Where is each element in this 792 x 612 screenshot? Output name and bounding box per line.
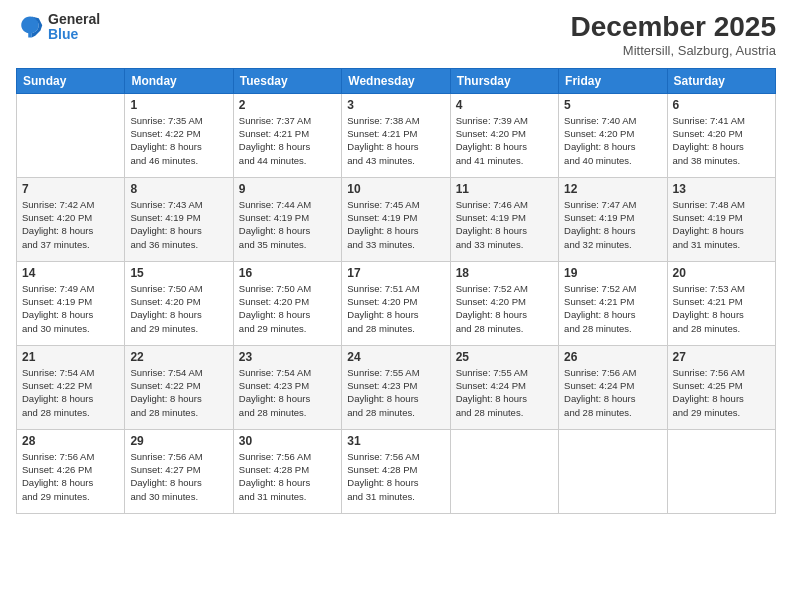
- table-row: 31Sunrise: 7:56 AM Sunset: 4:28 PM Dayli…: [342, 429, 450, 513]
- cell-date: 7: [22, 182, 119, 196]
- table-row: 27Sunrise: 7:56 AM Sunset: 4:25 PM Dayli…: [667, 345, 775, 429]
- cell-info: Sunrise: 7:44 AM Sunset: 4:19 PM Dayligh…: [239, 198, 336, 251]
- table-row: 10Sunrise: 7:45 AM Sunset: 4:19 PM Dayli…: [342, 177, 450, 261]
- table-row: 13Sunrise: 7:48 AM Sunset: 4:19 PM Dayli…: [667, 177, 775, 261]
- calendar-week-2: 7Sunrise: 7:42 AM Sunset: 4:20 PM Daylig…: [17, 177, 776, 261]
- calendar-week-1: 1Sunrise: 7:35 AM Sunset: 4:22 PM Daylig…: [17, 93, 776, 177]
- calendar-header-row: Sunday Monday Tuesday Wednesday Thursday…: [17, 68, 776, 93]
- cell-date: 23: [239, 350, 336, 364]
- cell-date: 30: [239, 434, 336, 448]
- col-monday: Monday: [125, 68, 233, 93]
- logo-icon: [16, 13, 44, 41]
- cell-date: 26: [564, 350, 661, 364]
- cell-info: Sunrise: 7:51 AM Sunset: 4:20 PM Dayligh…: [347, 282, 444, 335]
- cell-info: Sunrise: 7:50 AM Sunset: 4:20 PM Dayligh…: [130, 282, 227, 335]
- table-row: [667, 429, 775, 513]
- cell-info: Sunrise: 7:37 AM Sunset: 4:21 PM Dayligh…: [239, 114, 336, 167]
- cell-date: 12: [564, 182, 661, 196]
- calendar-week-4: 21Sunrise: 7:54 AM Sunset: 4:22 PM Dayli…: [17, 345, 776, 429]
- table-row: 16Sunrise: 7:50 AM Sunset: 4:20 PM Dayli…: [233, 261, 341, 345]
- cell-date: 21: [22, 350, 119, 364]
- table-row: 11Sunrise: 7:46 AM Sunset: 4:19 PM Dayli…: [450, 177, 558, 261]
- cell-date: 19: [564, 266, 661, 280]
- cell-date: 3: [347, 98, 444, 112]
- header: General Blue December 2025 Mittersill, S…: [16, 12, 776, 58]
- col-tuesday: Tuesday: [233, 68, 341, 93]
- cell-info: Sunrise: 7:56 AM Sunset: 4:24 PM Dayligh…: [564, 366, 661, 419]
- cell-info: Sunrise: 7:56 AM Sunset: 4:27 PM Dayligh…: [130, 450, 227, 503]
- cell-info: Sunrise: 7:54 AM Sunset: 4:22 PM Dayligh…: [130, 366, 227, 419]
- col-saturday: Saturday: [667, 68, 775, 93]
- cell-date: 17: [347, 266, 444, 280]
- location-subtitle: Mittersill, Salzburg, Austria: [571, 43, 776, 58]
- cell-date: 20: [673, 266, 770, 280]
- month-title: December 2025: [571, 12, 776, 43]
- cell-date: 10: [347, 182, 444, 196]
- table-row: 14Sunrise: 7:49 AM Sunset: 4:19 PM Dayli…: [17, 261, 125, 345]
- table-row: 2Sunrise: 7:37 AM Sunset: 4:21 PM Daylig…: [233, 93, 341, 177]
- table-row: 4Sunrise: 7:39 AM Sunset: 4:20 PM Daylig…: [450, 93, 558, 177]
- cell-date: 13: [673, 182, 770, 196]
- calendar-week-3: 14Sunrise: 7:49 AM Sunset: 4:19 PM Dayli…: [17, 261, 776, 345]
- cell-info: Sunrise: 7:56 AM Sunset: 4:28 PM Dayligh…: [347, 450, 444, 503]
- cell-date: 28: [22, 434, 119, 448]
- table-row: 3Sunrise: 7:38 AM Sunset: 4:21 PM Daylig…: [342, 93, 450, 177]
- logo-general-text: General: [48, 12, 100, 27]
- cell-date: 1: [130, 98, 227, 112]
- cell-date: 9: [239, 182, 336, 196]
- cell-date: 6: [673, 98, 770, 112]
- table-row: 30Sunrise: 7:56 AM Sunset: 4:28 PM Dayli…: [233, 429, 341, 513]
- table-row: 5Sunrise: 7:40 AM Sunset: 4:20 PM Daylig…: [559, 93, 667, 177]
- logo: General Blue: [16, 12, 100, 43]
- cell-date: 2: [239, 98, 336, 112]
- cell-info: Sunrise: 7:48 AM Sunset: 4:19 PM Dayligh…: [673, 198, 770, 251]
- cell-info: Sunrise: 7:54 AM Sunset: 4:23 PM Dayligh…: [239, 366, 336, 419]
- table-row: 24Sunrise: 7:55 AM Sunset: 4:23 PM Dayli…: [342, 345, 450, 429]
- table-row: 20Sunrise: 7:53 AM Sunset: 4:21 PM Dayli…: [667, 261, 775, 345]
- col-friday: Friday: [559, 68, 667, 93]
- cell-info: Sunrise: 7:46 AM Sunset: 4:19 PM Dayligh…: [456, 198, 553, 251]
- table-row: 7Sunrise: 7:42 AM Sunset: 4:20 PM Daylig…: [17, 177, 125, 261]
- table-row: 9Sunrise: 7:44 AM Sunset: 4:19 PM Daylig…: [233, 177, 341, 261]
- table-row: 28Sunrise: 7:56 AM Sunset: 4:26 PM Dayli…: [17, 429, 125, 513]
- cell-info: Sunrise: 7:35 AM Sunset: 4:22 PM Dayligh…: [130, 114, 227, 167]
- cell-info: Sunrise: 7:43 AM Sunset: 4:19 PM Dayligh…: [130, 198, 227, 251]
- cell-info: Sunrise: 7:50 AM Sunset: 4:20 PM Dayligh…: [239, 282, 336, 335]
- page: General Blue December 2025 Mittersill, S…: [0, 0, 792, 612]
- cell-info: Sunrise: 7:53 AM Sunset: 4:21 PM Dayligh…: [673, 282, 770, 335]
- cell-info: Sunrise: 7:41 AM Sunset: 4:20 PM Dayligh…: [673, 114, 770, 167]
- table-row: [450, 429, 558, 513]
- table-row: 18Sunrise: 7:52 AM Sunset: 4:20 PM Dayli…: [450, 261, 558, 345]
- table-row: 22Sunrise: 7:54 AM Sunset: 4:22 PM Dayli…: [125, 345, 233, 429]
- cell-date: 15: [130, 266, 227, 280]
- cell-date: 8: [130, 182, 227, 196]
- cell-info: Sunrise: 7:39 AM Sunset: 4:20 PM Dayligh…: [456, 114, 553, 167]
- cell-info: Sunrise: 7:54 AM Sunset: 4:22 PM Dayligh…: [22, 366, 119, 419]
- table-row: 12Sunrise: 7:47 AM Sunset: 4:19 PM Dayli…: [559, 177, 667, 261]
- cell-info: Sunrise: 7:45 AM Sunset: 4:19 PM Dayligh…: [347, 198, 444, 251]
- cell-info: Sunrise: 7:52 AM Sunset: 4:20 PM Dayligh…: [456, 282, 553, 335]
- table-row: 19Sunrise: 7:52 AM Sunset: 4:21 PM Dayli…: [559, 261, 667, 345]
- cell-info: Sunrise: 7:52 AM Sunset: 4:21 PM Dayligh…: [564, 282, 661, 335]
- cell-info: Sunrise: 7:42 AM Sunset: 4:20 PM Dayligh…: [22, 198, 119, 251]
- col-wednesday: Wednesday: [342, 68, 450, 93]
- calendar-table: Sunday Monday Tuesday Wednesday Thursday…: [16, 68, 776, 514]
- table-row: [559, 429, 667, 513]
- cell-info: Sunrise: 7:47 AM Sunset: 4:19 PM Dayligh…: [564, 198, 661, 251]
- cell-info: Sunrise: 7:38 AM Sunset: 4:21 PM Dayligh…: [347, 114, 444, 167]
- table-row: 17Sunrise: 7:51 AM Sunset: 4:20 PM Dayli…: [342, 261, 450, 345]
- cell-info: Sunrise: 7:55 AM Sunset: 4:23 PM Dayligh…: [347, 366, 444, 419]
- cell-info: Sunrise: 7:55 AM Sunset: 4:24 PM Dayligh…: [456, 366, 553, 419]
- col-thursday: Thursday: [450, 68, 558, 93]
- cell-date: 25: [456, 350, 553, 364]
- cell-date: 11: [456, 182, 553, 196]
- cell-date: 22: [130, 350, 227, 364]
- table-row: 8Sunrise: 7:43 AM Sunset: 4:19 PM Daylig…: [125, 177, 233, 261]
- logo-blue-text: Blue: [48, 27, 100, 42]
- table-row: 26Sunrise: 7:56 AM Sunset: 4:24 PM Dayli…: [559, 345, 667, 429]
- logo-text: General Blue: [48, 12, 100, 43]
- cell-info: Sunrise: 7:56 AM Sunset: 4:25 PM Dayligh…: [673, 366, 770, 419]
- title-block: December 2025 Mittersill, Salzburg, Aust…: [571, 12, 776, 58]
- table-row: [17, 93, 125, 177]
- cell-date: 27: [673, 350, 770, 364]
